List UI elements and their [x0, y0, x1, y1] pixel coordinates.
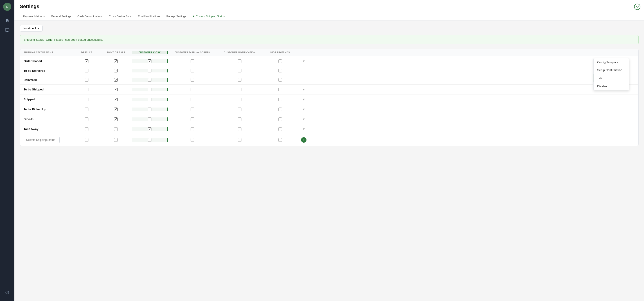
checkbox-hide-kds-custom[interactable]: [262, 138, 298, 142]
avatar[interactable]: L: [3, 3, 11, 11]
main-content: Settings Payment Methods General Setting…: [14, 0, 644, 301]
tab-custom-shipping-status[interactable]: ★ Custom Shipping Status: [189, 13, 228, 20]
checkbox-default-shipped[interactable]: [73, 98, 100, 101]
custom-status-name-cell: [24, 137, 73, 143]
checkbox-default-order-placed[interactable]: [73, 60, 100, 63]
dropdown-edit[interactable]: Edit: [594, 74, 629, 82]
table-row: To be Delivered: [20, 66, 638, 75]
context-dropdown: Config Template Setup Confirmation Edit …: [593, 58, 629, 90]
checkbox-kiosk-delivered[interactable]: [132, 78, 168, 82]
monitor-icon[interactable]: [3, 26, 11, 34]
checkbox-default-to-be-delivered[interactable]: [73, 69, 100, 72]
checkbox-display-take-away[interactable]: [168, 127, 217, 131]
tab-general-settings[interactable]: General Settings: [48, 13, 74, 20]
checkbox-default-custom[interactable]: [73, 138, 100, 142]
checkbox-hide-kds-take-away[interactable]: [262, 127, 298, 131]
home-icon[interactable]: [3, 16, 11, 24]
dropdown-setup-confirmation[interactable]: Setup Confirmation: [594, 66, 629, 74]
checkbox-pos-custom[interactable]: [100, 138, 132, 142]
chevron-shipped[interactable]: ▾: [298, 97, 310, 102]
content-area: Location 1 ▾ Shipping Status "Order Plac…: [14, 20, 644, 301]
success-banner: Shipping Status "Order Placed" has been …: [20, 35, 638, 44]
checkbox-pos-shipped[interactable]: [100, 98, 132, 101]
checkbox-pos-to-be-picked-up[interactable]: [100, 108, 132, 111]
table-row: To be Shipped ▾: [20, 84, 638, 94]
tab-payment-methods[interactable]: Payment Methods: [20, 13, 48, 20]
row-name-to-be-shipped: To be Shipped: [24, 88, 73, 91]
checkbox-hide-kds-order-placed[interactable]: [262, 60, 298, 63]
checkbox-hide-kds-to-be-picked-up[interactable]: [262, 108, 298, 111]
checkbox-kiosk-to-be-shipped[interactable]: [132, 88, 168, 91]
checkbox-notification-shipped[interactable]: [217, 98, 262, 101]
checkbox-pos-to-be-shipped[interactable]: [100, 88, 132, 91]
checkbox-default-to-be-picked-up[interactable]: [73, 108, 100, 111]
checkbox-display-shipped[interactable]: [168, 98, 217, 101]
table-header: SHIPPING STATUS NAME DEFAULT POINT OF SA…: [20, 49, 638, 56]
checkbox-notification-delivered[interactable]: [217, 78, 262, 82]
checkbox-display-custom[interactable]: [168, 138, 217, 142]
row-name-take-away: Take Away: [24, 127, 73, 131]
table-row: To be Picked Up ▾: [20, 104, 638, 114]
custom-shipping-status-input[interactable]: [24, 137, 60, 143]
table-row-custom-input: +: [20, 134, 638, 146]
checkbox-kiosk-take-away[interactable]: [132, 127, 168, 131]
tab-cross-device-sync[interactable]: Cross Device Sync: [106, 13, 135, 20]
tab-email-notifications[interactable]: Email Notifications: [135, 13, 163, 20]
checkbox-hide-kds-shipped[interactable]: [262, 98, 298, 101]
location-dropdown[interactable]: Location 1 ▾: [20, 25, 42, 32]
chevron-take-away[interactable]: ▾: [298, 127, 310, 131]
checkbox-notification-to-be-picked-up[interactable]: [217, 108, 262, 111]
checkbox-kiosk-shipped[interactable]: [132, 98, 168, 101]
checkbox-hide-kds-dine-in[interactable]: [262, 118, 298, 121]
checkbox-hide-kds-delivered[interactable]: [262, 78, 298, 82]
add-custom-status-button[interactable]: +: [298, 137, 310, 143]
chevron-down-icon: ▾: [38, 26, 40, 30]
checkbox-default-delivered[interactable]: [73, 78, 100, 82]
checkbox-display-to-be-delivered[interactable]: [168, 69, 217, 72]
dropdown-config-template[interactable]: Config Template: [594, 58, 629, 66]
checkbox-default-dine-in[interactable]: [73, 118, 100, 121]
checkbox-kiosk-dine-in[interactable]: [132, 118, 168, 121]
top-right-icon[interactable]: [634, 4, 640, 11]
checkbox-kiosk-to-be-delivered[interactable]: [132, 69, 168, 72]
checkbox-default-to-be-shipped[interactable]: [73, 88, 100, 91]
chevron-to-be-shipped[interactable]: ▾: [298, 87, 310, 92]
checkbox-notification-custom[interactable]: [217, 138, 262, 142]
checkbox-display-to-be-picked-up[interactable]: [168, 108, 217, 111]
checkbox-pos-order-placed[interactable]: [100, 60, 132, 63]
checkbox-display-order-placed[interactable]: [168, 60, 217, 63]
col-header-kiosk: CUSTOMER KIOSK: [132, 51, 168, 54]
header: Settings Payment Methods General Setting…: [14, 0, 644, 20]
nav-tabs: Payment Methods General Settings Cash De…: [20, 13, 638, 20]
checkbox-notification-dine-in[interactable]: [217, 118, 262, 121]
checkbox-hide-kds-to-be-delivered[interactable]: [262, 69, 298, 72]
checkbox-pos-to-be-delivered[interactable]: [100, 69, 132, 72]
chevron-order-placed[interactable]: ▾: [298, 59, 310, 63]
checkbox-kiosk-order-placed[interactable]: [132, 60, 168, 63]
checkbox-pos-delivered[interactable]: [100, 78, 132, 82]
checkbox-display-to-be-shipped[interactable]: [168, 88, 217, 91]
checkbox-hide-kds-to-be-shipped[interactable]: [262, 88, 298, 91]
checkbox-notification-to-be-shipped[interactable]: [217, 88, 262, 91]
checkbox-display-dine-in[interactable]: [168, 118, 217, 121]
checkbox-display-delivered[interactable]: [168, 78, 217, 82]
checkbox-kiosk-to-be-picked-up[interactable]: [132, 108, 168, 111]
page-title: Settings: [20, 4, 638, 10]
tab-receipt-settings[interactable]: Receipt Settings: [163, 13, 189, 20]
checkbox-pos-take-away[interactable]: [100, 127, 132, 131]
col-header-display: CUSTOMER DISPLAY SCREEN: [168, 51, 217, 54]
chevron-dine-in[interactable]: ▾: [298, 117, 310, 121]
tab-cash-denominations[interactable]: Cash Denominations: [74, 13, 106, 20]
checkbox-default-take-away[interactable]: [73, 127, 100, 131]
checkbox-notification-to-be-delivered[interactable]: [217, 69, 262, 72]
checkbox-notification-take-away[interactable]: [217, 127, 262, 131]
checkbox-pos-dine-in[interactable]: [100, 118, 132, 121]
checkbox-kiosk-custom[interactable]: [132, 138, 168, 142]
checkbox-notification-order-placed[interactable]: [217, 60, 262, 63]
chevron-to-be-picked-up[interactable]: ▾: [298, 107, 310, 111]
row-name-dine-in: Dine-In: [24, 118, 73, 121]
dropdown-disable[interactable]: Disable: [594, 82, 629, 90]
col-header-hide-kds: HIDE FROM KDS: [262, 51, 298, 54]
row-name-to-be-picked-up: To be Picked Up: [24, 108, 73, 111]
power-icon[interactable]: [3, 288, 11, 296]
